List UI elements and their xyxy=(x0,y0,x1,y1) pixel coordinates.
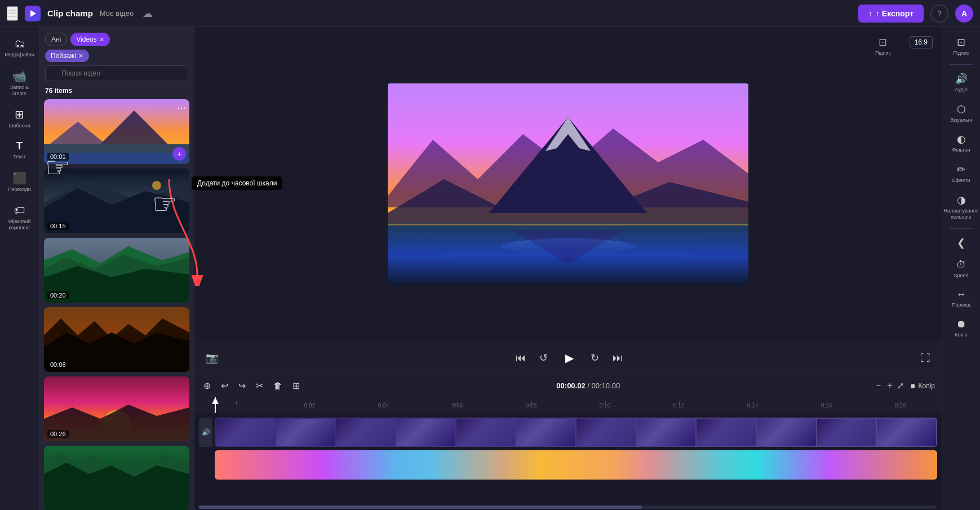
magnetic-snap-button[interactable]: ⊕ xyxy=(201,378,213,393)
audio-track-row xyxy=(199,450,937,480)
sidebar-label-record: Запис & create xyxy=(5,85,34,97)
right-tool-transition[interactable]: ↔ Перехід xyxy=(945,284,978,313)
filter-row-2: Пейзажі ✕ xyxy=(39,50,194,65)
skip-forward-button[interactable]: ⏭ xyxy=(610,350,625,366)
sidebar-item-text[interactable]: T Текст xyxy=(3,136,37,165)
time-separator: / xyxy=(587,382,591,390)
scrollbar-thumb[interactable] xyxy=(199,505,642,509)
video-more-1[interactable]: ⋯ xyxy=(177,103,186,113)
video-item-5[interactable]: 00:26 xyxy=(44,376,189,441)
left-sidebar: 🗂 Медіафайли 📹 Запис & create ⊞ Шаблони … xyxy=(0,27,39,510)
video-track-clip[interactable] xyxy=(215,418,937,447)
user-avatar[interactable]: A xyxy=(955,5,973,23)
rewind-5s-button[interactable]: ↺ xyxy=(537,349,550,366)
kopir-tool-label: Копір xyxy=(955,332,967,338)
sidebar-item-transitions[interactable]: ⬛ Переходи xyxy=(3,167,37,197)
video-item-3[interactable]: 00:20 xyxy=(44,238,189,303)
video-item-4[interactable]: 00:08 xyxy=(44,307,189,372)
help-button[interactable]: ? xyxy=(930,5,948,23)
redo-button[interactable]: ↪ xyxy=(236,378,248,393)
templates-icon: ⊞ xyxy=(15,108,24,121)
cut-button[interactable]: ✂ xyxy=(254,378,265,393)
right-tool-effects[interactable]: ✏ Ефекти xyxy=(945,159,978,188)
ruler-mark-4: 0:08 xyxy=(494,402,568,409)
film-frame-4 xyxy=(396,419,455,446)
app-subtitle: Моє відео xyxy=(100,9,134,17)
video-item-2[interactable]: 00:15 xyxy=(44,168,189,233)
video-track-handle[interactable]: 🔊 xyxy=(199,418,212,447)
topbar: ☰ Clip champ Моє відео ☁ ↑ ↑ Експорт ? A xyxy=(0,0,980,27)
video-duration-5: 00:26 xyxy=(47,430,69,438)
export-label: ↑ Експорт xyxy=(876,9,914,18)
sidebar-label-brand: Фірмовий комплект xyxy=(5,219,34,231)
timeline-tracks: 🔊 xyxy=(194,413,942,504)
timeline-toolbar: ⊕ ↩ ↪ ✂ 🗑 ⊞ 00:00.02 / 00:10.00 － ＋ ⤢ ⏺ … xyxy=(194,374,942,397)
ruler-mark-9: 0:18 xyxy=(863,402,937,409)
ruler-mark-2: 0:04 xyxy=(347,402,420,409)
svg-marker-22 xyxy=(44,463,189,510)
svg-rect-38 xyxy=(215,450,937,480)
skip-back-button[interactable]: ⏮ xyxy=(513,350,528,366)
media-icon: 🗂 xyxy=(14,37,25,50)
video-thumb-6 xyxy=(44,446,189,510)
subtitles-tool-label: Підпис xyxy=(953,50,969,56)
export-button[interactable]: ↑ ↑ Експорт xyxy=(858,5,924,23)
video-duration-2: 00:15 xyxy=(47,222,69,230)
film-frame-1 xyxy=(216,419,275,446)
filter-videos-close[interactable]: ✕ xyxy=(99,36,104,43)
zoom-out-button[interactable]: － xyxy=(874,380,883,392)
sidebar-label-templates: Шаблони xyxy=(8,123,30,129)
playback-bar: 📷 ⏮ ↺ ▶ ↻ ⏭ ⛶ xyxy=(194,342,942,374)
effects-tool-label: Ефекти xyxy=(952,178,970,184)
timeline-scrollbar[interactable] xyxy=(194,504,942,510)
expand-timeline-button[interactable]: ⤢ xyxy=(897,380,904,391)
search-input[interactable] xyxy=(45,65,188,81)
filter-all-chip[interactable]: Ані xyxy=(45,33,67,46)
playhead[interactable] xyxy=(215,397,216,413)
delete-button[interactable]: 🗑 xyxy=(271,379,285,393)
film-frame-2 xyxy=(276,419,335,446)
right-sidebar-collapse[interactable]: ❮ xyxy=(945,232,978,254)
video-item-1[interactable]: 00:01 ⋯ + xyxy=(44,99,189,164)
right-tool-kopir[interactable]: ⏺ Копір xyxy=(945,314,978,343)
merge-button[interactable]: ⊞ xyxy=(290,378,302,393)
filter-all-label: Ані xyxy=(51,36,61,43)
sidebar-item-templates[interactable]: ⊞ Шаблони xyxy=(3,103,37,134)
video-add-btn-1[interactable]: + xyxy=(172,147,186,161)
video-item-6[interactable] xyxy=(44,446,189,510)
undo-button[interactable]: ↩ xyxy=(219,378,230,393)
sidebar-item-brand[interactable]: 🏷 Фірмовий комплект xyxy=(3,199,37,236)
transition-tool-icon: ↔ xyxy=(956,289,966,300)
items-label: items xyxy=(55,87,72,95)
right-tool-color[interactable]: ◑ Налаштування кольорів xyxy=(945,189,978,225)
film-frame-6 xyxy=(516,419,575,446)
speed-tool-label: Speed xyxy=(954,273,968,279)
forward-5s-button[interactable]: ↻ xyxy=(588,349,601,366)
zoom-in-button[interactable]: ＋ xyxy=(885,380,894,392)
right-tool-visual[interactable]: ⬡ Візуальні xyxy=(945,99,978,128)
search-wrapper: 🔍 xyxy=(45,65,188,81)
camera-button[interactable]: 📷 xyxy=(206,352,218,364)
filter-landscape-chip[interactable]: Пейзажі ✕ xyxy=(45,50,89,62)
right-tool-speed[interactable]: ⏱ Speed xyxy=(945,255,978,283)
film-frame-7 xyxy=(577,419,636,446)
fullscreen-button[interactable]: ⛶ xyxy=(920,352,930,364)
speed-tool-icon: ⏱ xyxy=(956,259,966,271)
play-button[interactable]: ▶ xyxy=(559,348,579,368)
record-icon: 📹 xyxy=(12,69,26,83)
right-tool-filters[interactable]: ◐ Фільтри xyxy=(945,128,978,158)
subtitles-icon: ⊡ xyxy=(879,36,887,48)
kopir-label: Копір xyxy=(918,382,935,390)
filter-videos-chip[interactable]: Videos ✕ xyxy=(70,33,109,46)
filter-landscape-close[interactable]: ✕ xyxy=(78,52,83,60)
sidebar-item-media[interactable]: 🗂 Медіафайли xyxy=(3,33,37,63)
color-tool-icon: ◑ xyxy=(957,194,966,206)
right-tool-audio[interactable]: 🔊 Аудіо xyxy=(945,68,978,97)
kopir-button[interactable]: ⏺ Копір xyxy=(910,382,935,390)
sidebar-item-record[interactable]: 📹 Запис & create xyxy=(3,65,37,101)
right-tool-subtitles[interactable]: ⊡ Підпис xyxy=(945,32,978,61)
audio-track-clip[interactable] xyxy=(215,450,937,480)
subtitles-button[interactable]: ⊡ Підпис xyxy=(875,36,891,56)
kopir-icon: ⏺ xyxy=(910,382,916,390)
hamburger-button[interactable]: ☰ xyxy=(7,6,18,21)
